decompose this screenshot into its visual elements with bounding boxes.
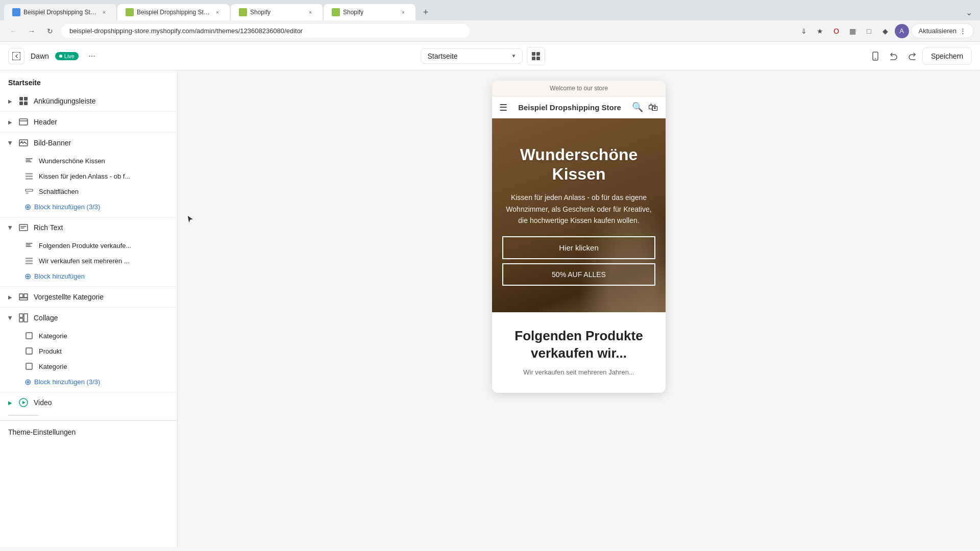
collage-child-1[interactable]: Kategorie bbox=[0, 328, 177, 343]
expand-arrow-icon: ▶ bbox=[8, 141, 13, 145]
svg-rect-31 bbox=[26, 363, 32, 369]
add-icon: ⊕ bbox=[24, 202, 31, 212]
banner-secondary-button[interactable]: 50% AUF ALLES bbox=[502, 263, 655, 286]
sidebar-item-vorgestellte-kategorie[interactable]: ▶ Vorgestellte Kategorie bbox=[0, 287, 177, 307]
section-toggle-button[interactable] bbox=[527, 47, 545, 65]
tab-4[interactable]: Shopify × bbox=[324, 4, 415, 20]
reload-button[interactable]: ↻ bbox=[43, 24, 57, 38]
store-welcome-bar: Welcome to our store bbox=[492, 81, 666, 96]
preview-area: Welcome to our store ☰ Beispiel Dropship… bbox=[178, 70, 980, 547]
rich-text-label: Rich Text bbox=[34, 223, 169, 232]
undo-icon bbox=[889, 52, 898, 61]
sidebar-item-collage[interactable]: ▶ Collage bbox=[0, 308, 177, 328]
tab-2[interactable]: Beispiel Dropshipping Store × bbox=[117, 4, 230, 20]
section-collage: ▶ Collage Kategorie Produkt bbox=[0, 308, 177, 392]
tab-1-close[interactable]: × bbox=[100, 8, 108, 16]
profile-avatar[interactable]: A bbox=[895, 24, 909, 38]
tab-4-close[interactable]: × bbox=[399, 8, 407, 16]
tab-list-button[interactable]: ⌄ bbox=[962, 5, 976, 19]
new-tab-button[interactable]: + bbox=[419, 5, 433, 19]
add-icon: ⊕ bbox=[24, 271, 31, 281]
mobile-icon bbox=[871, 52, 880, 61]
hamburger-icon[interactable]: ☰ bbox=[499, 102, 507, 113]
more-options-button[interactable]: ··· bbox=[85, 49, 99, 63]
svg-rect-18 bbox=[26, 192, 29, 194]
section-video: ▶ Video bbox=[0, 392, 177, 420]
mobile-view-button[interactable] bbox=[867, 48, 884, 64]
update-button[interactable]: Aktualisieren ⋮ bbox=[911, 23, 974, 38]
expand-arrow-icon: ▶ bbox=[8, 226, 13, 230]
bild-banner-child-2-label: Kissen für jeden Anlass - ob f... bbox=[39, 172, 130, 180]
svg-rect-17 bbox=[26, 189, 33, 191]
grid-icon bbox=[18, 96, 29, 106]
sidebar-item-ankuendigungsleiste[interactable]: ▶ Ankündigungsleiste bbox=[0, 91, 177, 111]
sidebar-item-bild-banner[interactable]: ▶ Bild-Banner bbox=[0, 133, 177, 153]
collage-child-3-label: Kategorie bbox=[39, 363, 67, 370]
buttons-icon bbox=[24, 187, 34, 196]
banner-title: Wunderschöne Kissen bbox=[502, 145, 655, 184]
collage-label: Collage bbox=[34, 314, 169, 322]
opera-icon[interactable]: O bbox=[829, 24, 844, 38]
browser-chrome: Beispiel Dropshipping Store ·... × Beisp… bbox=[0, 0, 980, 42]
address-input[interactable] bbox=[61, 24, 470, 38]
cart-icon[interactable]: 🛍 bbox=[648, 102, 658, 113]
theme-settings[interactable]: Theme-Einstellungen bbox=[0, 420, 177, 443]
bild-banner-child-3[interactable]: Schaltflächen bbox=[0, 184, 177, 199]
sidebar-item-video[interactable]: ▶ Video bbox=[0, 392, 177, 413]
device-buttons: Speichern bbox=[867, 47, 972, 65]
tab-1[interactable]: Beispiel Dropshipping Store ·... × bbox=[4, 4, 116, 20]
collage-child-3[interactable]: Kategorie bbox=[0, 359, 177, 374]
ankuendigungsleiste-label: Ankündigungsleiste bbox=[34, 97, 169, 105]
back-icon bbox=[12, 52, 20, 60]
svg-point-13 bbox=[21, 141, 23, 143]
vorgestellte-kategorie-label: Vorgestellte Kategorie bbox=[34, 293, 169, 301]
back-button[interactable]: ← bbox=[6, 24, 20, 38]
text-icon bbox=[24, 241, 34, 250]
tab-2-close[interactable]: × bbox=[213, 8, 222, 16]
rich-text-child-2-label: Wir verkaufen seit mehreren ... bbox=[39, 257, 130, 265]
header-icon bbox=[18, 117, 29, 127]
bookmark-icon[interactable]: ★ bbox=[813, 24, 827, 38]
collage-child-2[interactable]: Produkt bbox=[0, 343, 177, 359]
rich-text-child-2[interactable]: Wir verkaufen seit mehreren ... bbox=[0, 253, 177, 268]
editor-back-button[interactable] bbox=[8, 48, 24, 64]
expand-arrow-icon: ▶ bbox=[8, 119, 12, 125]
tab-3[interactable]: Shopify × bbox=[231, 4, 323, 20]
bild-banner-child-1[interactable]: Wunderschöne Kissen bbox=[0, 153, 177, 168]
page-dropdown[interactable]: Startseite ▼ bbox=[421, 48, 523, 64]
store-navigation: ☰ Beispiel Dropshipping Store 🔍 🛍 bbox=[492, 96, 666, 118]
bild-banner-add-block[interactable]: ⊕ Block hinzufügen (3/3) bbox=[0, 199, 177, 217]
banner-section: Wunderschöne Kissen Kissen für jeden Anl… bbox=[492, 118, 666, 312]
bild-banner-child-1-label: Wunderschöne Kissen bbox=[39, 157, 105, 165]
tab-manager-icon[interactable]: □ bbox=[862, 24, 876, 38]
banner-primary-button[interactable]: Hier klicken bbox=[502, 236, 655, 259]
collage-add-block[interactable]: ⊕ Block hinzufügen (3/3) bbox=[0, 374, 177, 392]
search-icon[interactable]: 🔍 bbox=[632, 102, 643, 113]
address-bar: ← → ↻ ⇓ ★ O ▦ □ ◆ A Aktualisieren ⋮ bbox=[0, 20, 980, 41]
toolbar-icons: ⇓ ★ O ▦ □ ◆ A Aktualisieren ⋮ bbox=[797, 23, 974, 38]
undo-button[interactable] bbox=[886, 48, 902, 64]
rich-text-preview: Folgenden Produkte verkaufen wir... Wir … bbox=[492, 312, 666, 393]
tab-3-close[interactable]: × bbox=[306, 8, 314, 16]
extensions-icon[interactable]: ▦ bbox=[846, 24, 860, 38]
save-button[interactable]: Speichern bbox=[922, 47, 972, 65]
svg-rect-15 bbox=[26, 176, 33, 177]
svg-point-6 bbox=[875, 58, 876, 59]
image-icon bbox=[18, 138, 29, 148]
bild-banner-child-2[interactable]: Kissen für jeden Anlass - ob f... bbox=[0, 168, 177, 184]
sidebar-item-rich-text[interactable]: ▶ Rich Text bbox=[0, 217, 177, 238]
forward-button[interactable]: → bbox=[24, 24, 39, 38]
tab-4-favicon bbox=[332, 8, 340, 16]
sidebar-item-header[interactable]: ▶ Header bbox=[0, 112, 177, 132]
store-logo: Beispiel Dropshipping Store bbox=[507, 103, 632, 113]
rich-text-add-block[interactable]: ⊕ Block hinzufügen bbox=[0, 268, 177, 286]
rich-text-child-1[interactable]: Folgenden Produkte verkaufe... bbox=[0, 238, 177, 253]
list-icon bbox=[24, 171, 34, 181]
sidebar-title: Startseite bbox=[0, 70, 177, 91]
svg-rect-26 bbox=[19, 314, 23, 317]
redo-button[interactable] bbox=[904, 48, 920, 64]
banner-content: Wunderschöne Kissen Kissen für jeden Anl… bbox=[492, 118, 666, 312]
wallet-icon[interactable]: ◆ bbox=[878, 24, 893, 38]
download-icon[interactable]: ⇓ bbox=[797, 24, 811, 38]
svg-rect-4 bbox=[536, 57, 540, 60]
